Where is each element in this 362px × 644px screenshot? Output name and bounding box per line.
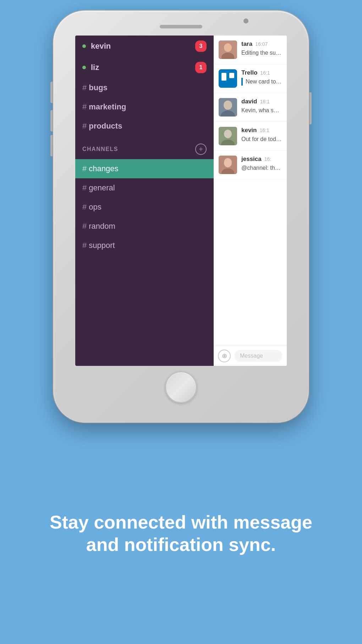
svg-rect-5: [229, 73, 234, 78]
message-header: kevin 16:1: [241, 127, 282, 134]
hash-item-bugs[interactable]: # bugs: [75, 78, 214, 97]
sidebar: kevin 3 liz 1 # bugs # marketing: [75, 36, 214, 366]
message-content: tara 16:07 Editing the sure we ve: [241, 40, 282, 57]
message-text: @channel: the compa week?: [241, 164, 282, 172]
hash-symbol: #: [82, 241, 87, 250]
message-header: david 16:1: [241, 98, 282, 105]
message-content: kevin 16:1 Out for de today! 🙂: [241, 127, 282, 143]
speaker: [160, 25, 202, 28]
channel-name: ops: [89, 202, 101, 212]
message-input-bar: ⊕ Message: [214, 346, 287, 366]
hash-symbol: #: [82, 83, 87, 92]
svg-point-10: [224, 130, 232, 138]
svg-rect-4: [221, 73, 226, 81]
avatar: [219, 40, 237, 59]
message-text: Out for de today! 🙂: [241, 135, 282, 143]
dm-item-kevin[interactable]: kevin 3: [75, 36, 214, 57]
channel-item-general[interactable]: # general: [75, 178, 214, 197]
unread-badge: 1: [195, 62, 207, 73]
message-time: 16:1: [259, 128, 269, 133]
hash-symbol: #: [82, 183, 87, 193]
dm-name: liz: [91, 63, 195, 72]
hash-symbol: #: [82, 202, 87, 212]
channels-label: CHANNELS: [82, 146, 118, 152]
phone-mockup: kevin 3 liz 1 # bugs # marketing: [53, 11, 309, 423]
channel-name: products: [89, 121, 122, 131]
add-channel-button[interactable]: +: [195, 144, 207, 155]
phone-top-area: [53, 11, 309, 36]
tagline-line1: Stay connected with message: [50, 512, 312, 532]
channel-item-changes[interactable]: # changes: [75, 159, 214, 178]
message-item: Trello 16:1 New card to list "N: [214, 64, 287, 93]
online-dot: [82, 66, 86, 69]
channel-name: support: [89, 241, 115, 250]
message-text: Editing the sure we ve: [241, 49, 282, 57]
hash-item-marketing[interactable]: # marketing: [75, 97, 214, 117]
message-input[interactable]: Message: [234, 350, 283, 362]
message-text: New card to list "N: [241, 78, 282, 86]
hash-channels-section: # bugs # marketing # products: [75, 78, 214, 136]
avatar: [219, 127, 237, 145]
tagline: Stay connected with message and notifica…: [50, 511, 312, 556]
messages-list: tara 16:07 Editing the sure we ve: [214, 36, 287, 346]
hash-symbol: #: [82, 102, 87, 112]
message-time: 16:: [264, 156, 271, 162]
channel-name: changes: [89, 164, 118, 173]
message-sender: david: [241, 98, 257, 105]
message-item: david 16:1 Kevin, wha shirt order: [214, 93, 287, 122]
dm-section: kevin 3 liz 1: [75, 36, 214, 78]
svg-point-13: [224, 158, 232, 167]
chat-panel: tara 16:07 Editing the sure we ve: [214, 36, 287, 366]
channel-list: # changes # general # ops # random # s: [75, 159, 214, 255]
message-header: Trello 16:1: [241, 69, 282, 76]
avatar: [219, 156, 237, 174]
svg-point-7: [224, 101, 232, 110]
channel-item-random[interactable]: # random: [75, 217, 214, 236]
avatar: [219, 98, 237, 117]
channel-name: general: [89, 183, 115, 193]
hash-symbol: #: [82, 121, 87, 131]
message-time: 16:1: [260, 99, 269, 104]
message-content: jessica 16: @channel: the compa week?: [241, 156, 282, 172]
phone-bottom-area: [165, 366, 197, 408]
dm-item-liz[interactable]: liz 1: [75, 57, 214, 78]
message-item: jessica 16: @channel: the compa week?: [214, 151, 287, 179]
tagline-area: Stay connected with message and notifica…: [21, 423, 341, 644]
hash-symbol: #: [82, 222, 87, 231]
unread-badge: 3: [195, 40, 207, 52]
channel-name: random: [89, 222, 115, 231]
message-sender: jessica: [241, 156, 262, 163]
attach-icon: ⊕: [222, 352, 227, 360]
dm-name: kevin: [91, 42, 195, 51]
channel-item-support[interactable]: # support: [75, 236, 214, 255]
channel-name: bugs: [89, 83, 108, 92]
message-content: Trello 16:1 New card to list "N: [241, 69, 282, 86]
tagline-line2: and notification sync.: [86, 534, 276, 555]
message-item: kevin 16:1 Out for de today! 🙂: [214, 122, 287, 151]
hash-item-products[interactable]: # products: [75, 117, 214, 136]
message-sender: tara: [241, 40, 252, 48]
phone-screen: kevin 3 liz 1 # bugs # marketing: [75, 36, 287, 366]
svg-rect-3: [219, 69, 237, 88]
message-sender: kevin: [241, 127, 257, 134]
plus-icon: +: [199, 146, 203, 153]
online-dot: [82, 44, 86, 48]
message-header: tara 16:07: [241, 40, 282, 48]
home-button[interactable]: [165, 371, 197, 403]
channel-name: marketing: [89, 102, 126, 112]
message-sender: Trello: [241, 69, 257, 76]
message-text: Kevin, wha shirt order: [241, 107, 282, 114]
channel-item-ops[interactable]: # ops: [75, 197, 214, 217]
svg-point-1: [224, 43, 232, 52]
message-header: jessica 16:: [241, 156, 282, 163]
camera-icon: [243, 18, 248, 23]
channels-section-header: CHANNELS +: [75, 137, 214, 159]
message-item: tara 16:07 Editing the sure we ve: [214, 36, 287, 64]
message-time: 16:07: [255, 41, 268, 47]
message-content: david 16:1 Kevin, wha shirt order: [241, 98, 282, 114]
attach-button[interactable]: ⊕: [218, 350, 231, 362]
message-time: 16:1: [260, 70, 270, 76]
hash-symbol: #: [82, 164, 87, 173]
avatar: [219, 69, 237, 88]
